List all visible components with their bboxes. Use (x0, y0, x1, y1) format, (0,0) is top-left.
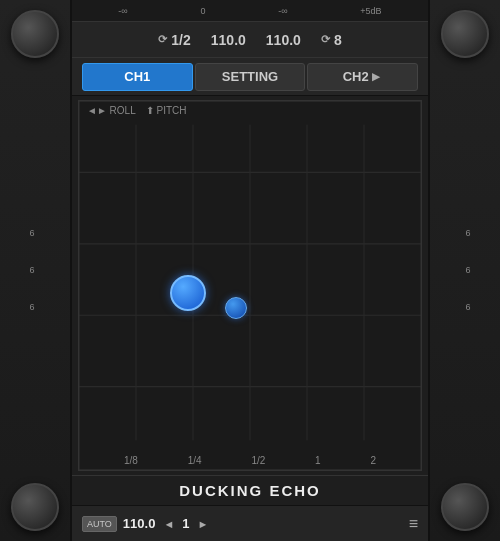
bottom-controls: AUTO 110.0 ◄ 1 ► ≡ (72, 505, 428, 541)
bpm-value: 110.0 (123, 516, 156, 531)
grid-label-1: 1/8 (124, 455, 138, 466)
auto-badge: AUTO (82, 516, 117, 532)
grid-label-2: 1/4 (188, 455, 202, 466)
tab-setting[interactable]: SETTING (195, 63, 306, 91)
tab-ch1[interactable]: CH1 (82, 63, 193, 91)
ch2-arrow: ▶ (369, 63, 383, 91)
right-knob-top[interactable] (441, 10, 489, 58)
device: 6 6 6 -∞ 0 -∞ +5dB ⟳ 1/2 110.0 110.0 (0, 0, 500, 541)
header-row: ⟳ 1/2 110.0 110.0 ⟳ 8 (72, 22, 428, 58)
header-val2: 110.0 (211, 32, 246, 48)
count-value: 1 (182, 516, 189, 531)
header-val4: 8 (334, 32, 342, 48)
grid-label-4: 1 (315, 455, 321, 466)
right-tick-1: 6 (465, 229, 470, 238)
grid-axis-labels: ◄► ROLL ⬆ PITCH (87, 105, 186, 116)
left-panel: 6 6 6 (0, 0, 70, 541)
left-tick-2: 6 (29, 266, 34, 275)
roll-label: ◄► ROLL (87, 105, 136, 116)
right-tick-2: 6 (465, 266, 470, 275)
scale-mark-2: 0 (200, 6, 205, 16)
left-knob-top[interactable] (11, 10, 59, 58)
grid-svg (79, 101, 421, 470)
effect-name: DUCKING ECHO (72, 475, 428, 505)
left-ticks: 6 6 6 (29, 58, 40, 483)
sync1-icon: ⟳ (158, 33, 167, 46)
sync2-value: ⟳ 8 (321, 32, 342, 48)
grid-area: ◄► ROLL ⬆ PITCH 1/8 1/4 1/2 1 2 (78, 100, 422, 471)
tab-bar: CH1 SETTING CH2 ▶ (72, 58, 428, 96)
sync2-icon: ⟳ (321, 33, 330, 46)
value-arrow-left[interactable]: ◄ (161, 518, 176, 530)
grid-bottom-labels: 1/8 1/4 1/2 1 2 (79, 455, 421, 466)
dot-small (225, 297, 247, 319)
menu-button[interactable]: ≡ (409, 515, 418, 533)
left-knob-bottom[interactable] (11, 483, 59, 531)
scale-mark-1: -∞ (118, 6, 127, 16)
right-ticks: 6 6 6 (459, 58, 470, 483)
grid-label-3: 1/2 (251, 455, 265, 466)
pitch-label: ⬆ PITCH (146, 105, 187, 116)
center-panel: -∞ 0 -∞ +5dB ⟳ 1/2 110.0 110.0 ⟳ 8 CH1 (70, 0, 430, 541)
grid-label-5: 2 (371, 455, 377, 466)
sync1-value: ⟳ 1/2 (158, 32, 190, 48)
right-panel: 6 6 6 (430, 0, 500, 541)
right-tick-3: 6 (465, 303, 470, 312)
header-val1: 1/2 (171, 32, 190, 48)
tab-ch2[interactable]: CH2 ▶ (307, 63, 418, 91)
left-tick-3: 6 (29, 303, 34, 312)
scale-mark-4: +5dB (360, 6, 381, 16)
right-knob-bottom[interactable] (441, 483, 489, 531)
left-tick-1: 6 (29, 229, 34, 238)
scale-mark-3: -∞ (278, 6, 287, 16)
top-scale: -∞ 0 -∞ +5dB (72, 0, 428, 22)
header-val3-container: 110.0 (266, 32, 301, 48)
value-arrow-right[interactable]: ► (196, 518, 211, 530)
header-val2-container: 110.0 (211, 32, 246, 48)
header-val3: 110.0 (266, 32, 301, 48)
